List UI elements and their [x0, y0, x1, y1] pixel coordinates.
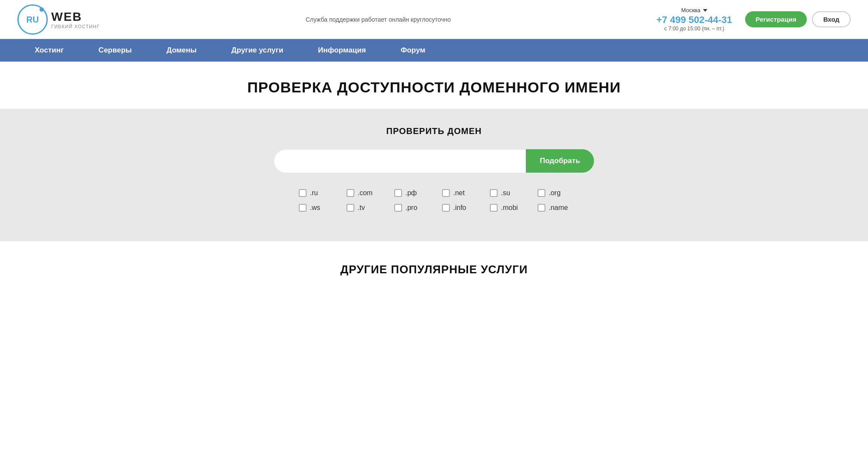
ext-rf-label: .рф [406, 189, 417, 197]
page-title: ПРОВЕРКА ДОСТУПНОСТИ ДОМЕННОГО ИМЕНИ [9, 79, 859, 96]
nav-forum[interactable]: Форум [383, 39, 443, 62]
ext-pro-label: .pro [406, 204, 418, 212]
ext-pro: .pro [386, 200, 434, 215]
ext-ru: .ru [291, 186, 339, 200]
nav-information[interactable]: Информация [300, 39, 383, 62]
ext-mobi-checkbox[interactable] [490, 204, 498, 212]
nav-domains[interactable]: Домены [149, 39, 214, 62]
ext-tv: .tv [339, 200, 386, 215]
ext-org: .org [530, 186, 578, 200]
nav-hosting[interactable]: Хостинг [17, 39, 81, 62]
logo-subtitle-text: ГИБКИЙ ХОСТИНГ [51, 24, 100, 29]
chevron-down-icon [703, 9, 707, 12]
domain-check-title: ПРОВЕРИТЬ ДОМЕН [9, 126, 859, 136]
ext-tv-label: .tv [358, 204, 365, 212]
ext-name: .name [530, 200, 578, 215]
register-button[interactable]: Регистрация [745, 11, 807, 27]
logo-web-text: WEB [51, 10, 100, 24]
ext-su-label: .su [501, 189, 510, 197]
ext-net-label: .net [453, 189, 465, 197]
ext-ws: .ws [291, 200, 339, 215]
ext-org-checkbox[interactable] [538, 189, 545, 197]
logo-text: WEB ГИБКИЙ ХОСТИНГ [51, 10, 100, 29]
domain-search-input[interactable] [274, 149, 526, 173]
ext-info-checkbox[interactable] [442, 204, 450, 212]
ext-ws-label: .ws [310, 204, 320, 212]
ext-pro-checkbox[interactable] [394, 204, 402, 212]
ext-mobi-label: .mobi [501, 204, 518, 212]
header-buttons: Регистрация Вход [745, 11, 851, 27]
ext-org-label: .org [549, 189, 561, 197]
header: RU WEB ГИБКИЙ ХОСТИНГ Служба поддержки р… [0, 0, 868, 39]
working-hours: с 7:00 до 15:00 (пн. – пт.) [657, 26, 732, 32]
bottom-section: ДРУГИЕ ПОПУЛЯРНЫЕ УСЛУГИ [0, 241, 868, 298]
ext-mobi: .mobi [482, 200, 530, 215]
nav-other-services[interactable]: Другие услуги [214, 39, 300, 62]
ext-com-checkbox[interactable] [347, 189, 354, 197]
ext-ru-checkbox[interactable] [299, 189, 307, 197]
ext-name-checkbox[interactable] [538, 204, 545, 212]
ext-com-label: .com [358, 189, 373, 197]
ext-net: .net [434, 186, 482, 200]
domain-search-bar: Подобрать [9, 149, 859, 173]
extensions-row-2: .ws .tv .pro .info .mobi .name [278, 200, 591, 215]
ext-rf: .рф [386, 186, 434, 200]
ext-net-checkbox[interactable] [442, 189, 450, 197]
domain-search-button[interactable]: Подобрать [526, 149, 594, 173]
ext-name-label: .name [549, 204, 568, 212]
city-selector[interactable]: Москва [657, 7, 732, 13]
login-button[interactable]: Вход [812, 11, 851, 27]
support-text: Служба поддержки работает онлайн круглос… [100, 16, 657, 23]
ext-info-label: .info [453, 204, 466, 212]
logo-ru-text: RU [26, 15, 39, 24]
logo-dot [40, 7, 44, 12]
nav-servers[interactable]: Серверы [81, 39, 149, 62]
ext-com: .com [339, 186, 386, 200]
ext-su: .su [482, 186, 530, 200]
ext-info: .info [434, 200, 482, 215]
extensions-row-1: .ru .com .рф .net .su .org [278, 186, 591, 200]
bottom-title: ДРУГИЕ ПОПУЛЯРНЫЕ УСЛУГИ [9, 263, 859, 276]
page-title-section: ПРОВЕРКА ДОСТУПНОСТИ ДОМЕННОГО ИМЕНИ [0, 62, 868, 109]
ext-ru-label: .ru [310, 189, 318, 197]
phone-number: +7 499 502-44-31 [657, 14, 732, 26]
ext-tv-checkbox[interactable] [347, 204, 354, 212]
logo-icon: RU [17, 4, 48, 35]
ext-ws-checkbox[interactable] [299, 204, 307, 212]
contact-info: Москва +7 499 502-44-31 с 7:00 до 15:00 … [657, 7, 732, 32]
domain-check-section: ПРОВЕРИТЬ ДОМЕН Подобрать .ru .com .рф .… [0, 109, 868, 241]
ext-rf-checkbox[interactable] [394, 189, 402, 197]
domain-extensions: .ru .com .рф .net .su .org [278, 186, 591, 215]
ext-su-checkbox[interactable] [490, 189, 498, 197]
main-navigation: Хостинг Серверы Домены Другие услуги Инф… [0, 39, 868, 62]
logo-area: RU WEB ГИБКИЙ ХОСТИНГ [17, 4, 100, 35]
